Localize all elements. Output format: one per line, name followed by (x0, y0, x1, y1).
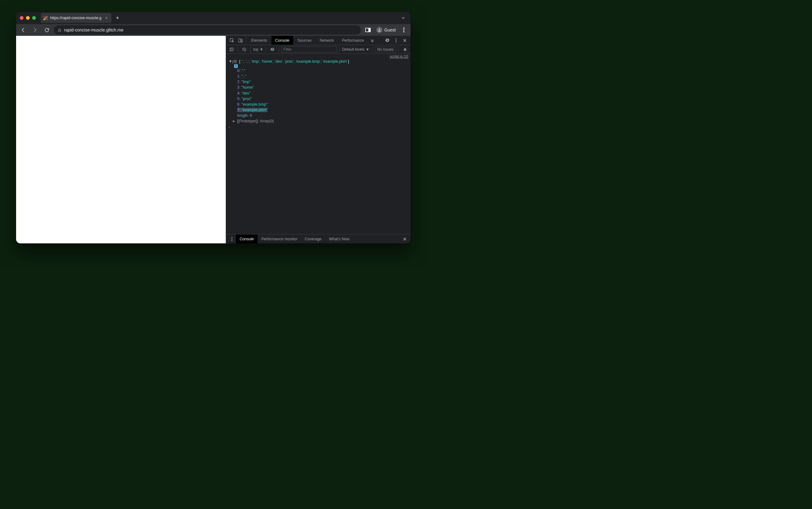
back-button[interactable] (19, 25, 28, 35)
console-toolbar: top ▼ Default levels ▼ No Issues (226, 45, 411, 54)
array-preview-item: 'dev' (275, 59, 283, 64)
drawer-menu-icon[interactable] (228, 234, 236, 243)
page-viewport[interactable] (16, 36, 226, 243)
array-entry[interactable]: 6: "example.bmp" (237, 102, 411, 107)
new-tab-button[interactable]: + (113, 13, 122, 22)
tabs-menu-icon[interactable] (399, 15, 408, 21)
svg-point-1 (378, 28, 380, 30)
array-count: (8) (232, 59, 237, 64)
expand-triangle-icon[interactable]: ▸ (233, 118, 236, 124)
profile-button[interactable]: Guest (374, 26, 398, 34)
console-output[interactable]: script.js:10 ▼ (8) ['.', '..', 'tmp', 'h… (226, 54, 411, 234)
side-panel-icon[interactable] (363, 25, 373, 35)
array-preview-item: '..' (246, 59, 249, 64)
svg-point-17 (231, 240, 232, 241)
chevron-down-icon: ▼ (366, 47, 370, 52)
close-window-icon[interactable] (20, 16, 24, 20)
device-toolbar-icon[interactable] (237, 36, 245, 45)
array-preview-item: '.' (241, 59, 243, 64)
console-prompt-icon[interactable]: › (226, 124, 411, 131)
array-preview-item: 'example.pbm' (322, 59, 347, 64)
array-entry[interactable]: 4: "dev" (237, 91, 411, 96)
console-settings-icon[interactable] (401, 46, 409, 53)
svg-point-4 (403, 31, 404, 32)
avatar-icon (376, 27, 382, 33)
array-entry[interactable]: 3: "home" (237, 84, 411, 90)
minimize-window-icon[interactable] (26, 16, 30, 20)
expand-triangle-icon[interactable]: ▼ (228, 59, 231, 64)
svg-point-13 (272, 49, 273, 50)
devtools-tab-elements[interactable]: Elements (247, 36, 271, 45)
svg-point-3 (403, 29, 404, 31)
chevron-down-icon: ▼ (260, 47, 263, 52)
length-value: 8 (250, 113, 252, 118)
devtools-panel: ElementsConsoleSourcesNetworkPerformance (226, 36, 411, 243)
array-entry[interactable]: 2: "tmp" (237, 79, 411, 84)
devtools-menu-icon[interactable] (392, 36, 400, 45)
window-controls (20, 16, 36, 20)
prototype-key: [[Prototype]] (237, 119, 257, 123)
devtools-tabs: ElementsConsoleSourcesNetworkPerformance (226, 36, 411, 45)
devtools-settings-icon[interactable] (383, 36, 392, 45)
array-entry[interactable]: 7: "example.pbm" (237, 107, 411, 113)
array-preview-item: 'example.bmp' (296, 59, 321, 64)
drawer-close-icon[interactable] (401, 234, 409, 243)
svg-point-15 (231, 237, 232, 238)
tab-title: https://rapid-concise-muscle.g (50, 16, 101, 20)
length-key: length (237, 113, 248, 118)
issues-button[interactable]: No Issues (375, 47, 396, 52)
devtools-tab-sources[interactable]: Sources (294, 36, 315, 45)
array-entries: 0: "."1: ".."2: "tmp"3: "home"4: "dev"5:… (226, 68, 411, 113)
toggle-console-sidebar-icon[interactable] (228, 46, 235, 53)
profile-label: Guest (384, 28, 396, 32)
array-preview-item: 'home' (261, 59, 273, 64)
svg-point-2 (403, 28, 404, 29)
drawer-tab-console[interactable]: Console (236, 234, 257, 243)
svg-point-10 (396, 41, 397, 42)
devtools-drawer: ConsolePerformance monitorCoverageWhat's… (226, 234, 411, 243)
svg-rect-0 (58, 30, 61, 31)
prototype-value: Array(0) (260, 119, 274, 123)
devtools-tab-console[interactable]: Console (272, 36, 293, 45)
devtools-tab-network[interactable]: Network (316, 36, 338, 45)
maximize-window-icon[interactable] (32, 16, 36, 20)
live-expression-icon[interactable] (269, 46, 276, 53)
lock-icon[interactable] (58, 28, 62, 32)
array-preview-row[interactable]: ▼ (8) ['.', '..', 'tmp', 'home', 'dev', … (226, 59, 411, 64)
browser-tab[interactable]: 🎉 https://rapid-concise-muscle.g × (41, 13, 111, 23)
clear-console-icon[interactable] (241, 46, 248, 53)
reload-button[interactable] (42, 25, 51, 35)
more-tabs-icon[interactable] (368, 36, 376, 45)
execution-context-selector[interactable]: top ▼ (253, 47, 263, 52)
log-levels-selector[interactable]: Default levels ▼ (342, 47, 370, 52)
context-label: top (253, 47, 258, 52)
svg-point-9 (396, 40, 397, 41)
url-text: rapid-concise-muscle.glitch.me (64, 28, 123, 32)
browser-window: 🎉 https://rapid-concise-muscle.g × + rap… (16, 12, 411, 243)
close-tab-icon[interactable]: × (104, 15, 109, 21)
drawer-tab-what's-new[interactable]: What's New (325, 234, 353, 243)
array-preview-item: 'tmp' (251, 59, 259, 64)
devtools-close-icon[interactable] (401, 36, 409, 45)
levels-label: Default levels (342, 47, 365, 52)
drawer-tab-performance-monitor[interactable]: Performance monitor (257, 234, 301, 243)
array-entry[interactable]: 5: "proc" (237, 96, 411, 102)
array-entry[interactable]: 0: "." (237, 68, 411, 73)
inspect-element-icon[interactable] (228, 36, 236, 45)
source-link[interactable]: script.js:10 (226, 54, 411, 59)
info-icon[interactable]: i (234, 64, 238, 68)
console-filter-input[interactable] (281, 46, 337, 53)
browser-menu-icon[interactable] (400, 26, 408, 34)
svg-point-16 (231, 238, 232, 239)
content-area: ElementsConsoleSourcesNetworkPerformance (16, 36, 411, 243)
forward-button[interactable] (30, 25, 39, 35)
drawer-tab-coverage[interactable]: Coverage (301, 234, 325, 243)
devtools-tab-performance[interactable]: Performance (338, 36, 368, 45)
svg-point-8 (396, 38, 397, 39)
browser-toolbar: rapid-concise-muscle.glitch.me Guest (16, 24, 411, 36)
address-bar[interactable]: rapid-concise-muscle.glitch.me (54, 25, 361, 35)
tab-strip: 🎉 https://rapid-concise-muscle.g × + (16, 12, 411, 24)
svg-rect-11 (230, 48, 233, 50)
array-entry[interactable]: 1: ".." (237, 73, 411, 79)
array-preview-item: 'proc' (285, 59, 294, 64)
